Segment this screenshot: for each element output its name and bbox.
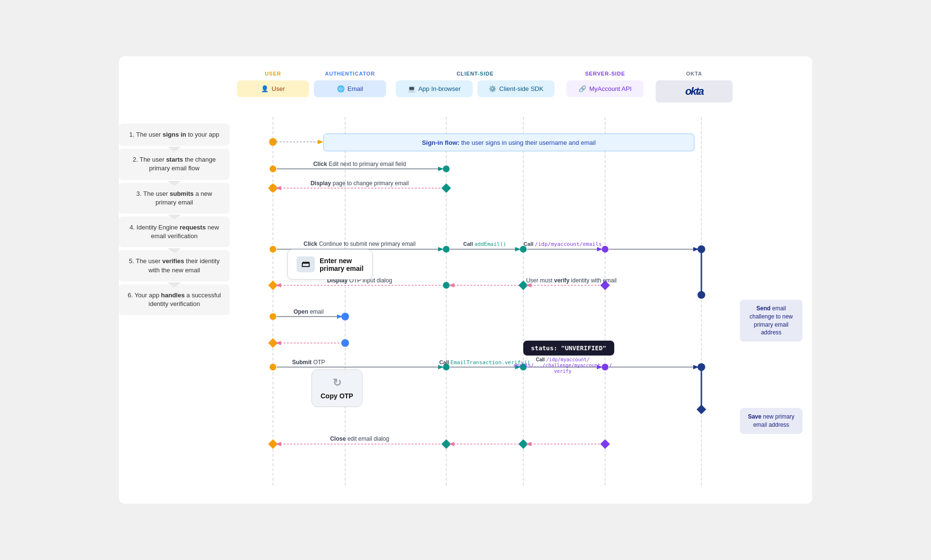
status-badge: status: "UNVERIFIED" xyxy=(523,341,614,356)
col-box-app: 💻 App In-browser xyxy=(396,80,473,97)
col-okta: OKTA okta xyxy=(653,71,735,102)
node-email-open xyxy=(341,313,349,320)
label-open-email: Open email xyxy=(294,308,324,315)
node-app-otp xyxy=(443,282,450,289)
col-label-server: SERVER-SIDE xyxy=(585,71,625,76)
label-idp-verify2: emails/.../challenge/myaccount.../ xyxy=(514,363,612,368)
col-server: SERVER-SIDE 🔗 MyAccount API xyxy=(562,71,648,97)
label-continue: Click Continue to submit new primary ema… xyxy=(304,241,416,247)
col-box-sdk: ⚙️ Client-side SDK xyxy=(478,80,555,97)
col-box-myaccount: 🔗 MyAccount API xyxy=(567,80,644,97)
node-user-open xyxy=(270,313,276,320)
label-idp-verify3: verify xyxy=(554,369,571,374)
myaccount-icon: 🔗 xyxy=(579,85,586,92)
node-user-continue xyxy=(270,246,276,253)
node-app-continue xyxy=(443,246,450,253)
node-user-click-edit xyxy=(270,165,276,172)
sidebar: 1. The user signs in to your app 2. The … xyxy=(119,56,230,504)
label-submit-otp: Submit OTP xyxy=(292,359,325,366)
col-label-authenticator: AUTHENTICATOR xyxy=(325,71,375,76)
signin-banner-text: Sign-in flow: the user signs in using th… xyxy=(422,139,595,146)
label-display-page: Display page to change primary email xyxy=(310,180,409,187)
col-label-client: CLIENT-SIDE xyxy=(456,71,493,76)
column-headers: USER 👤 User AUTHENTICATOR 🌐 Email CLIENT… xyxy=(239,71,802,112)
diagram-container: 1. The user signs in to your app 2. The … xyxy=(119,56,812,504)
diamond-app-display xyxy=(441,183,451,193)
sidebar-step-3: 3. The user submits a new primary email xyxy=(119,183,230,214)
diagram-svg-area: Sign-in flow: the user signs in using th… xyxy=(239,112,802,489)
node-okta-send xyxy=(698,291,705,299)
email-icon: 🌐 xyxy=(337,85,345,92)
diamond-sdk-close xyxy=(518,439,528,449)
sidebar-step-4: 4. Identity Engine requests new email ve… xyxy=(119,216,230,247)
col-box-email: 🌐 Email xyxy=(314,80,386,97)
node-app-click-edit xyxy=(443,165,450,172)
enter-email-annotation: 🗃 Enter newprimary email xyxy=(287,249,373,280)
sidebar-step-5: 5. The user verifies their identity with… xyxy=(119,250,230,281)
label-idp-verify: Call /idp/myaccount/ xyxy=(536,357,589,362)
diamond-okta-save xyxy=(697,405,706,414)
node-sdk-continue xyxy=(520,246,527,253)
copy-otp-annotation: ↻ Copy OTP xyxy=(311,369,362,407)
sidebar-step-1: 1. The user signs in to your app xyxy=(119,124,230,146)
diagram-main: USER 👤 User AUTHENTICATOR 🌐 Email CLIENT… xyxy=(239,71,802,489)
label-verify-email: User must verify identity with email xyxy=(526,277,617,284)
col-label-okta: OKTA xyxy=(686,71,702,76)
node-email-copy xyxy=(341,339,349,347)
label-close: Close edit email dialog xyxy=(330,435,389,442)
diamond-app-close xyxy=(441,439,451,449)
diamond-user-otp xyxy=(268,280,278,290)
col-box-user: 👤 User xyxy=(237,80,309,97)
diamond-user-copy xyxy=(268,338,278,348)
col-client: CLIENT-SIDE 💻 App In-browser ⚙️ Client-s… xyxy=(393,71,557,97)
app-icon: 💻 xyxy=(408,85,415,92)
diamond-myaccount-close xyxy=(600,439,610,449)
col-user: USER 👤 User xyxy=(239,71,307,97)
sequence-svg: Sign-in flow: the user signs in using th… xyxy=(239,112,807,487)
refresh-icon: ↻ xyxy=(333,377,341,389)
col-authenticator: AUTHENTICATOR 🌐 Email xyxy=(311,71,388,97)
sidebar-step-2: 2. The user starts the change primary em… xyxy=(119,149,230,179)
sdk-icon: ⚙️ xyxy=(489,85,496,92)
send-email-annotation: Send email challenge to new primary emai… xyxy=(740,300,802,342)
diamond-user-display xyxy=(268,183,278,193)
node-myaccount-continue xyxy=(602,246,608,253)
col-label-user: USER xyxy=(265,71,281,76)
save-email-annotation: Save new primary email address xyxy=(740,408,802,434)
diamond-user-close xyxy=(268,439,278,449)
label-click-edit: Click Edit next to primary email field xyxy=(313,161,406,167)
col-box-okta: okta xyxy=(656,80,733,102)
label-idp: Call /idp/myaccount/emails xyxy=(524,241,602,247)
enter-email-icon: 🗃 xyxy=(297,256,315,272)
label-addemail: Call addEmail() xyxy=(463,241,506,247)
sidebar-step-6: 6. Your app handles a successful identit… xyxy=(119,284,230,315)
user-icon: 👤 xyxy=(261,85,269,92)
node-user-submit xyxy=(270,364,276,370)
